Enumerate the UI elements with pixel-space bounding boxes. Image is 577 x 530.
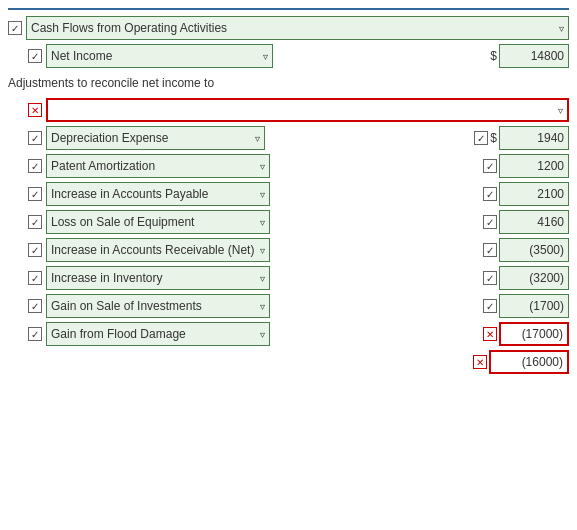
adjustments-label-row: Adjustments to reconcile net income to	[8, 72, 569, 94]
row-flood-damage: Gain from Flood Damage ▿ (17000)	[28, 322, 569, 346]
row-depreciation: Depreciation Expense ▿ $ 1940	[28, 126, 569, 150]
row-operating-activities: Cash Flows from Operating Activities ▿	[8, 16, 569, 40]
checkbox-accounts-payable-value[interactable]	[483, 187, 497, 201]
dropdown-arrow-depreciation: ▿	[255, 133, 260, 144]
value-inventory[interactable]: (3200)	[499, 266, 569, 290]
checkbox-accounts-payable[interactable]	[28, 187, 42, 201]
dropdown-arrow: ▿	[559, 23, 564, 34]
value-depreciation[interactable]: 1940	[499, 126, 569, 150]
row-accounts-receivable: Increase in Accounts Receivable (Net) ▿ …	[28, 238, 569, 262]
value-flood-damage[interactable]: (17000)	[499, 322, 569, 346]
dropdown-accounts-payable[interactable]: Increase in Accounts Payable ▿	[46, 182, 270, 206]
value-patent[interactable]: 1200	[499, 154, 569, 178]
top-border	[8, 8, 569, 10]
dropdown-arrow-accounts-receivable: ▿	[260, 245, 265, 256]
dropdown-arrow-accounts-payable: ▿	[260, 189, 265, 200]
checkbox-patent[interactable]	[28, 159, 42, 173]
dollar-sign-net-income: $	[490, 49, 497, 63]
dropdown-arrow-adjustments: ▿	[558, 105, 563, 116]
checkbox-flood-damage-value[interactable]	[483, 327, 497, 341]
value-total[interactable]: (16000)	[489, 350, 569, 374]
row-accounts-payable: Increase in Accounts Payable ▿ 2100	[28, 182, 569, 206]
value-net-income[interactable]: 14800	[499, 44, 569, 68]
value-accounts-receivable[interactable]: (3500)	[499, 238, 569, 262]
dropdown-accounts-receivable[interactable]: Increase in Accounts Receivable (Net) ▿	[46, 238, 270, 262]
checkbox-inventory-value[interactable]	[483, 271, 497, 285]
row-patent: Patent Amortization ▿ 1200	[28, 154, 569, 178]
dropdown-operating-activities[interactable]: Cash Flows from Operating Activities ▿	[26, 16, 569, 40]
row-loss-equipment: Loss on Sale of Equipment ▿ 4160	[28, 210, 569, 234]
dropdown-depreciation[interactable]: Depreciation Expense ▿	[46, 126, 265, 150]
dropdown-adjustments[interactable]: ▿	[46, 98, 569, 122]
checkbox-flood-damage[interactable]	[28, 327, 42, 341]
dropdown-arrow-loss-equipment: ▿	[260, 217, 265, 228]
checkbox-inventory[interactable]	[28, 271, 42, 285]
dropdown-arrow-inventory: ▿	[260, 273, 265, 284]
row-adjustments-dropdown: ▿	[28, 98, 569, 122]
dropdown-inventory[interactable]: Increase in Inventory ▿	[46, 266, 270, 290]
value-accounts-payable[interactable]: 2100	[499, 182, 569, 206]
value-loss-equipment[interactable]: 4160	[499, 210, 569, 234]
dropdown-arrow-net-income: ▿	[263, 51, 268, 62]
dropdown-loss-equipment[interactable]: Loss on Sale of Equipment ▿	[46, 210, 270, 234]
adjustments-label: Adjustments to reconcile net income to	[8, 76, 214, 90]
checkbox-accounts-receivable-value[interactable]	[483, 243, 497, 257]
dropdown-gain-investments[interactable]: Gain on Sale of Investments ▿	[46, 294, 270, 318]
row-total: (16000)	[8, 350, 569, 374]
checkbox-depreciation-value[interactable]	[474, 131, 488, 145]
checkbox-net-income[interactable]	[28, 49, 42, 63]
dollar-sign-depreciation: $	[490, 131, 497, 145]
value-gain-investments[interactable]: (1700)	[499, 294, 569, 318]
row-gain-investments: Gain on Sale of Investments ▿ (1700)	[28, 294, 569, 318]
dropdown-patent[interactable]: Patent Amortization ▿	[46, 154, 270, 178]
checkbox-accounts-receivable[interactable]	[28, 243, 42, 257]
checkbox-operating-activities[interactable]	[8, 21, 22, 35]
checkbox-gain-investments[interactable]	[28, 299, 42, 313]
dropdown-arrow-flood-damage: ▿	[260, 329, 265, 340]
dropdown-net-income[interactable]: Net Income ▿	[46, 44, 273, 68]
checkbox-depreciation[interactable]	[28, 131, 42, 145]
row-net-income: Net Income ▿ $ 14800	[28, 44, 569, 68]
checkbox-total[interactable]	[473, 355, 487, 369]
dropdown-arrow-patent: ▿	[260, 161, 265, 172]
checkbox-adjustments[interactable]	[28, 103, 42, 117]
dropdown-flood-damage[interactable]: Gain from Flood Damage ▿	[46, 322, 270, 346]
checkbox-patent-value[interactable]	[483, 159, 497, 173]
checkbox-gain-investments-value[interactable]	[483, 299, 497, 313]
checkbox-loss-equipment-value[interactable]	[483, 215, 497, 229]
dropdown-arrow-gain-investments: ▿	[260, 301, 265, 312]
checkbox-loss-equipment[interactable]	[28, 215, 42, 229]
row-inventory: Increase in Inventory ▿ (3200)	[28, 266, 569, 290]
